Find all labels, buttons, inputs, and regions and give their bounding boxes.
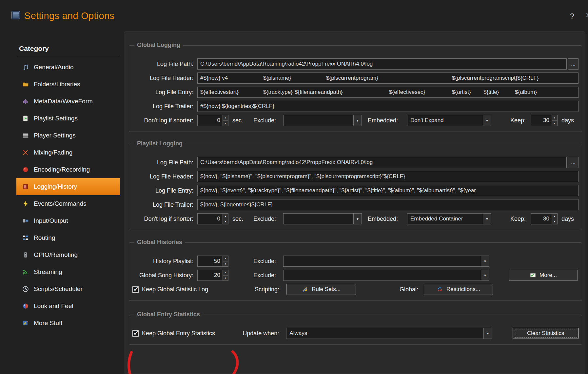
help-button[interactable]: ?: [570, 12, 574, 21]
sidebar-item-label: Events/Commands: [34, 200, 87, 207]
gl-embedded-dropdown[interactable]: Don't Expand ▼: [407, 115, 491, 126]
sidebar-item-routing[interactable]: Routing: [16, 229, 120, 246]
chevron-down-icon[interactable]: ▼: [483, 214, 491, 224]
category-header: Category: [16, 45, 120, 52]
chevron-down-icon[interactable]: ▼: [483, 328, 492, 339]
gl-browse-button[interactable]: ...: [568, 58, 578, 70]
playlist-logging-group: Playlist Logging Log File Path: C:\Users…: [129, 144, 582, 230]
pl-log-file-entry-input[interactable]: ${now}, "${event}", "${tracktype}", "${f…: [197, 185, 578, 196]
restrictions-button[interactable]: Restrictions...: [424, 284, 493, 295]
history-playlist-spinner[interactable]: 50 ▲▼: [197, 256, 228, 267]
more-button[interactable]: More...: [509, 270, 578, 281]
embedded-label: Embedded:: [368, 216, 398, 222]
sidebar-item-encoding-recording[interactable]: Encoding/Recording: [16, 161, 120, 178]
gl-exclude-dropdown[interactable]: ▼: [283, 115, 362, 126]
sync-arrows-icon: [437, 286, 443, 293]
chevron-down-icon[interactable]: ▼: [481, 256, 489, 266]
sidebar-item-label: MetaData/WaveForm: [34, 98, 93, 105]
sidebar-item-scripts-scheduler[interactable]: Scripts/Scheduler: [16, 280, 120, 298]
gl-trailer-row: Log File Trailer: #${now} ${logentries}$…: [132, 101, 578, 112]
gl-log-file-header-input[interactable]: #${now} v4 ${plsname} ${plscurrentprogra…: [197, 73, 578, 84]
sidebar-item-look-and-feel[interactable]: Look and Feel: [16, 298, 120, 315]
rule-sets-button-label: Rule Sets...: [312, 286, 341, 293]
ges-row: Keep Global Entry Statistics Update when…: [132, 328, 578, 339]
keep-global-entry-statistics-checkbox[interactable]: [132, 330, 139, 337]
pl-log-file-header-input[interactable]: ${now}, "${plsname}", "${plscurrentprogr…: [197, 171, 578, 182]
spinner-down-icon[interactable]: ▼: [223, 121, 228, 126]
sidebar-item-label: General/Audio: [34, 64, 73, 71]
pl-log-file-trailer-input[interactable]: ${now}, ${logentries}${CRLF}: [197, 199, 578, 210]
clock-icon: [22, 286, 29, 292]
settings-window-icon: [11, 10, 20, 21]
chevron-down-icon[interactable]: ▼: [483, 115, 491, 126]
spinner-up-icon[interactable]: ▲: [223, 214, 228, 219]
io-connector-icon: [22, 218, 29, 224]
log-file-trailer-label: Log File Trailer:: [132, 103, 197, 110]
remote-icon: [22, 252, 29, 258]
titlebar: Settings and Options ? ✕: [0, 0, 588, 31]
gl-entry-row: Log File Entry: ${effectivestart} ${trac…: [132, 87, 578, 98]
update-when-dropdown[interactable]: Always ▼: [286, 328, 492, 339]
global-song-history-spinner[interactable]: 20 ▲▼: [197, 270, 228, 281]
checklist-icon: [530, 272, 536, 279]
sidebar-item-input-output[interactable]: Input/Output: [16, 212, 120, 229]
pl-shorter-spinner[interactable]: 0 ▲▼: [197, 213, 228, 224]
chevron-down-icon[interactable]: ▼: [353, 115, 362, 126]
sidebar-item-logging-history[interactable]: Logging/History: [16, 178, 120, 195]
pl-embedded-dropdown[interactable]: Embedded Container ▼: [407, 213, 491, 224]
log-file-header-label: Log File Header:: [132, 173, 197, 180]
restrictions-button-label: Restrictions...: [446, 286, 480, 293]
sidebar-item-label: More Stuff: [34, 320, 62, 327]
sidebar-item-player-settings[interactable]: Player Settings: [16, 127, 120, 144]
sidebar-item-label: Logging/History: [34, 183, 77, 190]
spinner-down-icon[interactable]: ▼: [223, 276, 228, 281]
sidebar-item-mixing-fading[interactable]: Mixing/Fading: [16, 144, 120, 161]
spinner-up-icon[interactable]: ▲: [223, 256, 228, 261]
gh-exclude2-dropdown[interactable]: ▼: [283, 270, 489, 281]
gl-log-file-path-input[interactable]: C:\Users\bernd\AppData\Roaming\radio42\P…: [197, 58, 567, 70]
folder-icon: [22, 81, 29, 88]
sidebar-item-events-commands[interactable]: Events/Commands: [16, 195, 120, 212]
log-file-entry-label: Log File Entry:: [132, 89, 197, 96]
spinner-up-icon[interactable]: ▲: [223, 115, 228, 121]
global-logging-group: Global Logging Log File Path: C:\Users\b…: [129, 45, 582, 132]
sidebar-item-metadata-waveform[interactable]: MetaData/WaveForm: [16, 93, 120, 110]
spinner-up-icon[interactable]: ▲: [223, 270, 228, 276]
gl-log-file-trailer-input[interactable]: #${now} ${logentries}${CRLF}: [197, 101, 578, 112]
gl-shorter-spinner[interactable]: 0 ▲▼: [197, 115, 228, 126]
chevron-down-icon[interactable]: ▼: [353, 214, 362, 224]
sidebar-item-gpio-remoting[interactable]: GPIO/Remoting: [16, 246, 120, 263]
sidebar-item-streaming[interactable]: Streaming: [16, 263, 120, 280]
sec-label: sec.: [232, 216, 245, 222]
pl-log-file-path-input[interactable]: C:\Users\bernd\AppData\Roaming\radio42\P…: [197, 157, 567, 168]
keep-label: Keep:: [510, 216, 526, 222]
gl-log-file-entry-input[interactable]: ${effectivestart} ${tracktype} ${filenam…: [197, 87, 578, 98]
gl-header-row: Log File Header: #${now} v4 ${plsname} $…: [132, 73, 578, 84]
gh-exclude1-dropdown[interactable]: ▼: [283, 256, 489, 267]
pin-icon-partial[interactable]: ✕: [585, 11, 588, 20]
pl-header-row: Log File Header: ${now}, "${plsname}", "…: [132, 171, 578, 182]
dont-log-shorter-label: Don't log if shorter:: [132, 216, 197, 222]
crossfade-icon: [22, 149, 29, 156]
sidebar-item-general-audio[interactable]: General/Audio: [16, 59, 120, 76]
pl-shorter-value: 0: [198, 214, 223, 224]
pl-keep-spinner[interactable]: 30 ▲▼: [531, 213, 558, 224]
spinner-up-icon[interactable]: ▲: [552, 115, 557, 121]
spinner-down-icon[interactable]: ▼: [552, 219, 557, 224]
gl-keep-value: 30: [531, 115, 552, 126]
spinner-down-icon[interactable]: ▼: [223, 261, 228, 267]
keep-global-statistic-log-checkbox[interactable]: [132, 286, 139, 293]
pl-browse-button[interactable]: ...: [568, 157, 578, 168]
spinner-down-icon[interactable]: ▼: [223, 219, 228, 224]
spinner-up-icon[interactable]: ▲: [552, 214, 557, 219]
sidebar-item-folders-libraries[interactable]: Folders/Libraries: [16, 76, 120, 93]
chevron-down-icon[interactable]: ▼: [481, 270, 489, 280]
pl-exclude-dropdown[interactable]: ▼: [283, 213, 362, 224]
sidebar-item-playlist-settings[interactable]: Playlist Settings: [16, 110, 120, 127]
clear-statistics-button[interactable]: Clear Statistics: [513, 328, 578, 339]
spinner-down-icon[interactable]: ▼: [552, 121, 557, 126]
pl-embedded-value: Embedded Container: [407, 216, 483, 222]
rule-sets-button[interactable]: Rule Sets...: [286, 284, 356, 295]
sidebar-item-more-stuff[interactable]: More Stuff: [16, 315, 120, 332]
gl-keep-spinner[interactable]: 30 ▲▼: [531, 115, 558, 126]
